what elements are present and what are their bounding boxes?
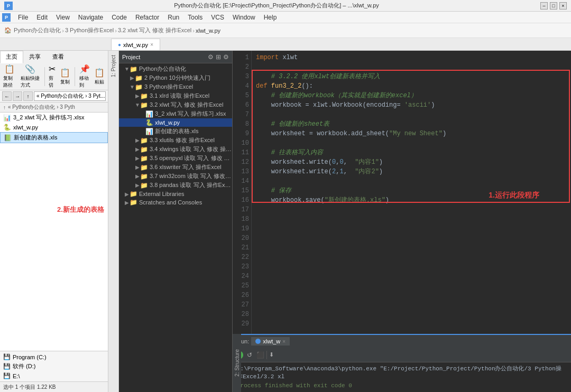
menu-item-tools[interactable]: Tools: [183, 13, 207, 22]
run-tab-close-icon[interactable]: ×: [282, 339, 286, 344]
tree-item-6[interactable]: 🐍xlwt_w.py: [119, 118, 232, 127]
breadcrumb-item-1[interactable]: 3 Python操作Excel: [65, 26, 114, 34]
tree-item-5[interactable]: 📊3_2 xlwt 写入 操作练习.xlsx: [119, 109, 232, 118]
file-item-xlsx[interactable]: 📊 3_2 xlwt 写入 操作练习.xlsx: [0, 113, 108, 123]
code-line-4: def fun3_2_2():: [256, 81, 567, 91]
menu-item-window[interactable]: Window: [228, 13, 260, 22]
project-gear-icon[interactable]: ⚙: [223, 53, 229, 61]
drive-c[interactable]: 💾 Program (C:): [0, 352, 108, 361]
menu-item-edit[interactable]: Edit: [32, 13, 52, 22]
line-number-23: 23: [235, 262, 249, 272]
breadcrumb-item-2[interactable]: 3.2 xlwt 写入 修改 操作Excel: [118, 26, 191, 34]
breadcrumb-item-0[interactable]: Python办公自动化: [14, 26, 61, 34]
file-item-xls-selected[interactable]: 📗 新创建的表格.xls: [0, 132, 108, 143]
run-stop-icon[interactable]: ⬛: [256, 351, 264, 359]
menu-item-help[interactable]: Help: [260, 13, 281, 22]
code-line-17: [256, 205, 567, 214]
ribbon-tab-view[interactable]: 查看: [47, 51, 70, 63]
expand-icon-1: ▶: [130, 75, 135, 81]
paste-shortcut-button[interactable]: 📎 粘贴快捷方式: [21, 64, 40, 89]
paste-button[interactable]: 📋 粘贴: [94, 68, 105, 86]
annotation-new-file: 2.新生成的表格: [57, 205, 104, 214]
code-line-20: [256, 234, 567, 243]
file-item-py[interactable]: 🐍 xlwt_w.py: [0, 123, 108, 132]
run-success-msg: Process finished with exit code 0: [237, 382, 567, 389]
forward-button[interactable]: →: [13, 91, 22, 101]
copy-path-button[interactable]: 📋 复制路径: [3, 64, 16, 89]
tree-item-icon-10: 📁: [140, 155, 148, 162]
menu-item-refactor[interactable]: Refactor: [131, 13, 163, 22]
tree-item-icon-7: 📊: [145, 128, 153, 135]
expand-icon-11: ▶: [135, 164, 140, 170]
line-number-11: 11: [235, 148, 249, 157]
tree-item-4[interactable]: ▼📁3.2 xlwt 写入 修改 操作Excel: [119, 100, 232, 109]
expand-icon-8: ▶: [135, 137, 140, 143]
run-output: D:\Program_Software\Anaconda3\python.exe…: [233, 362, 571, 392]
breadcrumb-item-3[interactable]: xlwt_w.py: [196, 27, 220, 34]
tree-item-label-15: Scratches and Consoles: [139, 199, 202, 206]
run-toolbar-sep: [266, 351, 267, 359]
editor-area: 1234567891011121314151617181920212223242…: [233, 51, 571, 392]
menu-item-file[interactable]: File: [14, 13, 32, 22]
ribbon-separator-2: [75, 67, 75, 86]
tree-item-label-8: 3.3 xlutils 修改 操作Excel: [150, 136, 215, 144]
line-number-4: 4: [235, 81, 249, 91]
project-settings-icon[interactable]: ⚙: [208, 53, 214, 61]
tree-item-3[interactable]: ▶📁3.1 xlrd 读取 操作Excel: [119, 91, 232, 100]
project-panel: Project ⚙ ⊞ ⚙ ▼📁Python办公自动化▶📁2 Python 10…: [119, 51, 233, 392]
tree-item-8[interactable]: ▶📁3.3 xlutils 修改 操作Excel: [119, 136, 232, 145]
close-button[interactable]: ×: [559, 2, 567, 10]
run-tab-name: xlwt_w: [263, 338, 280, 344]
menu-item-vcs[interactable]: VCS: [207, 13, 228, 22]
tree-item-11[interactable]: ▶📁3.6 xlswriter 写入 操作Excel: [119, 163, 232, 172]
tree-item-label-12: 3.7 win32com 读取 写入 修改 操作...: [150, 172, 232, 180]
maximize-button[interactable]: □: [550, 2, 557, 10]
tree-item-7[interactable]: 📊新创建的表格.xls: [119, 127, 232, 136]
project-expand-icon[interactable]: ⊞: [216, 53, 221, 61]
menu-item-run[interactable]: Run: [163, 13, 183, 22]
run-scroll-end-icon[interactable]: ⬇: [269, 351, 274, 358]
line-number-24: 24: [235, 272, 249, 281]
tree-item-12[interactable]: ▶📁3.7 win32com 读取 写入 修改 操作...: [119, 172, 232, 181]
tree-item-10[interactable]: ▶📁3.5 openpyxl 读取 写入 修改 操作E...: [119, 154, 232, 163]
up-button[interactable]: ↑: [23, 91, 33, 101]
structure-tab[interactable]: 2: Structure: [233, 334, 241, 392]
cut-button[interactable]: ✂ 剪切: [49, 64, 56, 89]
tree-item-1[interactable]: ▶📁2 Python 10分钟快速入门: [119, 73, 232, 82]
code-line-9: worksheet = workbook.add_sheet("My new S…: [256, 129, 567, 138]
tree-item-13[interactable]: ▶📁3.8 pandas 读取 写入 操作Excel: [119, 181, 232, 190]
minimize-button[interactable]: –: [540, 2, 548, 10]
tree-item-15[interactable]: ▶📁Scratches and Consoles: [119, 198, 232, 207]
menu-item-navigate[interactable]: Navigate: [74, 13, 107, 22]
address-bar[interactable]: « Python办公自动化 › 3 Pyt...: [34, 91, 106, 101]
ribbon-tab-share[interactable]: 共享: [23, 51, 47, 63]
back-button[interactable]: ←: [2, 91, 12, 101]
move-to-button[interactable]: 📌 移动到: [79, 64, 90, 89]
breadcrumb-sep-2: ›: [115, 27, 117, 34]
copy-button[interactable]: 📋 复制: [60, 68, 70, 86]
menu-item-code[interactable]: Code: [107, 13, 131, 22]
run-rerun-icon[interactable]: ↺: [245, 351, 254, 359]
sidebar-item-project[interactable]: 1: Project: [109, 53, 117, 79]
tree-item-9[interactable]: ▶📁3.4 xlwings 读取 写入 修改 操作Excel: [119, 145, 232, 154]
tree-item-14[interactable]: ▶📁External Libraries: [119, 190, 232, 198]
project-header: Project ⚙ ⊞ ⚙: [119, 51, 232, 63]
drive-d-label: 软件 (D:): [13, 362, 35, 370]
expand-icon-3: ▶: [135, 93, 140, 99]
tab-close-icon[interactable]: ×: [150, 42, 153, 48]
tree-item-2[interactable]: ▼📁3 Python操作Excel: [119, 82, 232, 91]
run-tab-xlwt[interactable]: xlwt_w ×: [251, 337, 290, 346]
tree-item-label-13: 3.8 pandas 读取 写入 操作Excel: [150, 181, 232, 189]
line-number-29: 29: [235, 319, 249, 329]
title-bar: P Python办公自动化 [E:\Project\Python_Project…: [0, 0, 571, 12]
menu-item-view[interactable]: View: [52, 13, 74, 22]
editor-tab-xlwt-w[interactable]: ● xlwt_w.py ×: [111, 39, 160, 50]
expand-icon-9: ▶: [135, 146, 140, 152]
line-number-2: 2: [235, 62, 249, 72]
tree-item-0[interactable]: ▼📁Python办公自动化: [119, 64, 232, 73]
drive-e[interactable]: 💾 E:\: [0, 371, 108, 380]
line-number-26: 26: [235, 291, 249, 300]
ribbon-tab-home[interactable]: 主页: [0, 51, 23, 63]
drive-d[interactable]: 💾 软件 (D:): [0, 361, 108, 371]
line-number-25: 25: [235, 281, 249, 291]
